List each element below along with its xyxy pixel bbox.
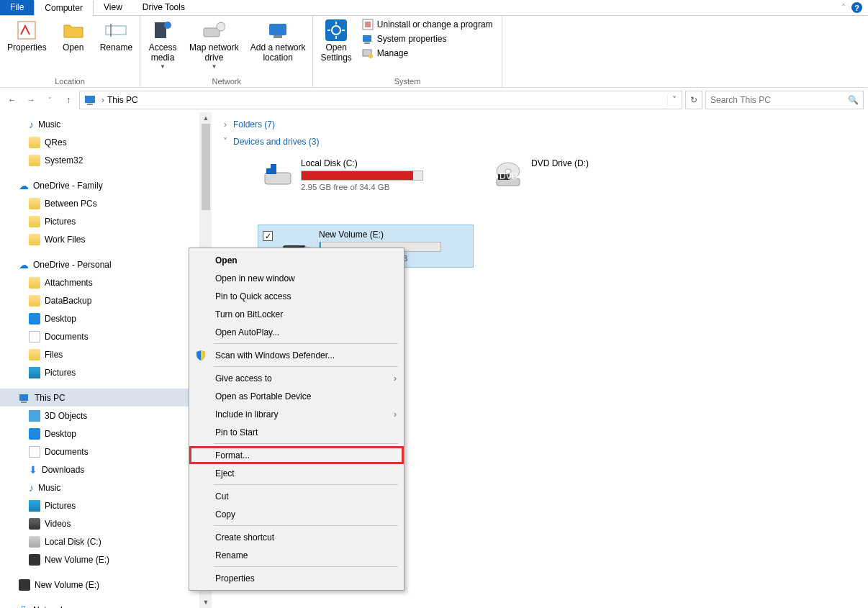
nav-item-this-pc[interactable]: This PC xyxy=(0,389,199,407)
ctx-open-as-portable-device[interactable]: Open as Portable Device xyxy=(189,387,404,405)
ctx-pin-to-quick-access[interactable]: Pin to Quick access xyxy=(189,287,404,305)
ctx-item-label: Format... xyxy=(215,450,250,460)
rename-button[interactable]: Rename xyxy=(96,17,137,77)
dropdown-caret-icon: ▼ xyxy=(160,63,166,70)
uninstall-program-button[interactable]: Uninstall or change a program xyxy=(362,19,493,30)
ctx-copy[interactable]: Copy xyxy=(189,505,404,523)
folders-group-header[interactable]: › Folders (7) xyxy=(217,117,868,134)
nav-item-qres[interactable]: QRes xyxy=(0,133,199,151)
ctx-properties[interactable]: Properties xyxy=(189,569,404,587)
navigation-pane[interactable]: ♪MusicQResSystem32☁OneDrive - FamilyBetw… xyxy=(0,112,200,608)
tab-file[interactable]: File xyxy=(0,0,34,15)
ctx-item-label: Give access to xyxy=(215,373,272,384)
svg-point-6 xyxy=(217,22,225,31)
nav-item-downloads[interactable]: ⬇Downloads xyxy=(0,460,199,478)
uninstall-icon xyxy=(362,19,374,30)
breadcrumb-separator-icon[interactable]: › xyxy=(101,95,104,105)
nav-item-between-pcs[interactable]: Between PCs xyxy=(0,194,199,212)
open-settings-button[interactable]: Open Settings xyxy=(316,17,356,77)
nav-item-label: OneDrive - Personal xyxy=(33,260,112,270)
ctx-open[interactable]: Open xyxy=(189,251,404,269)
breadcrumb-this-pc[interactable]: This PC xyxy=(106,95,140,105)
nav-item-music[interactable]: ♪Music xyxy=(0,115,199,133)
nav-item-label: Attachments xyxy=(45,278,93,288)
nav-up-button[interactable]: ↑ xyxy=(60,92,76,108)
tab-drive-tools[interactable]: Drive Tools xyxy=(132,0,195,15)
nav-item-local-disk-c-[interactable]: Local Disk (C:) xyxy=(0,532,199,550)
drive-title: New Volume (E:) xyxy=(319,230,469,240)
nav-item-system32[interactable]: System32 xyxy=(0,151,199,169)
manage-button[interactable]: Manage xyxy=(362,47,493,59)
ctx-create-shortcut[interactable]: Create shortcut xyxy=(189,528,404,546)
nav-item-documents[interactable]: Documents xyxy=(0,443,199,460)
nav-item-new-volume-e-[interactable]: New Volume (E:) xyxy=(0,576,199,594)
dropdown-caret-icon: ▼ xyxy=(211,63,217,70)
nav-item-label: Music xyxy=(38,119,60,130)
ctx-item-label: Eject xyxy=(215,468,235,478)
properties-button[interactable]: Properties xyxy=(3,17,51,77)
collapse-ribbon-icon[interactable]: ˄ xyxy=(841,3,846,13)
nav-item-music[interactable]: ♪Music xyxy=(0,478,199,496)
ribbon-tabs: File Computer View Drive Tools ˄ ? xyxy=(0,0,868,16)
nav-item-onedrive-family[interactable]: ☁OneDrive - Family xyxy=(0,176,199,194)
nav-item-databackup[interactable]: DataBackup xyxy=(0,291,199,309)
nav-item-pictures[interactable]: Pictures xyxy=(0,496,199,514)
nav-back-button[interactable]: ← xyxy=(4,92,20,108)
nav-recent-button[interactable]: ˅ xyxy=(42,92,58,108)
tab-computer[interactable]: Computer xyxy=(34,1,94,16)
drive-title: DVD Drive (D:) xyxy=(531,158,700,168)
system-properties-button[interactable]: System properties xyxy=(362,33,493,45)
address-search-row: ← → ˅ ↑ › This PC ˅ ↻ Search This PC 🔍 xyxy=(0,88,868,112)
nav-item-videos[interactable]: Videos xyxy=(0,514,199,532)
drive-hdd[interactable]: Local Disk (C:)2.95 GB free of 34.4 GB xyxy=(258,154,474,196)
address-history-dropdown[interactable]: ˅ xyxy=(667,95,680,105)
ctx-open-in-new-window[interactable]: Open in new window xyxy=(189,269,404,287)
add-network-location-button[interactable]: Add a network location xyxy=(246,17,310,77)
ctx-open-autoplay-[interactable]: Open AutoPlay... xyxy=(189,323,404,341)
selection-checkbox[interactable]: ✓ xyxy=(263,231,273,241)
nav-item-files[interactable]: Files xyxy=(0,345,199,363)
ctx-cut[interactable]: Cut xyxy=(189,487,404,505)
nav-item-attachments[interactable]: Attachments xyxy=(0,273,199,291)
scroll-thumb[interactable] xyxy=(202,124,210,210)
nav-item-onedrive-personal[interactable]: ☁OneDrive - Personal xyxy=(0,255,199,273)
open-button[interactable]: Open xyxy=(54,17,93,77)
ctx-eject[interactable]: Eject xyxy=(189,464,404,482)
nav-item-label: Documents xyxy=(45,447,89,457)
ctx-include-in-library[interactable]: Include in library› xyxy=(189,405,404,423)
nav-item-desktop[interactable]: Desktop xyxy=(0,425,199,443)
drive-title: Local Disk (C:) xyxy=(301,158,469,168)
scroll-up-icon[interactable]: ▲ xyxy=(200,112,212,124)
scroll-down-icon[interactable]: ▼ xyxy=(200,596,212,608)
nav-item-documents[interactable]: Documents xyxy=(0,327,199,345)
svg-rect-17 xyxy=(363,35,371,42)
drive-icon: DVD xyxy=(492,160,524,189)
map-network-drive-button[interactable]: Map network drive ▼ xyxy=(185,17,243,77)
ctx-turn-on-bitlocker[interactable]: Turn on BitLocker xyxy=(189,305,404,323)
access-media-button[interactable]: Access media ▼ xyxy=(143,17,182,77)
search-input[interactable]: Search This PC 🔍 xyxy=(705,91,864,109)
help-icon[interactable]: ? xyxy=(851,2,862,13)
nav-item-label: DataBackup xyxy=(45,296,91,306)
nav-item-new-volume-e-[interactable]: New Volume (E:) xyxy=(0,550,199,568)
ctx-rename[interactable]: Rename xyxy=(189,546,404,564)
nav-item-desktop[interactable]: Desktop xyxy=(0,309,199,327)
ctx-scan-with-windows-defender-[interactable]: Scan with Windows Defender... xyxy=(189,346,404,364)
drive-dvd[interactable]: DVDDVD Drive (D:) xyxy=(488,154,704,196)
svg-point-4 xyxy=(164,22,171,29)
nav-item-label: Documents xyxy=(45,332,89,342)
ctx-format-[interactable]: Format... xyxy=(189,446,404,464)
address-bar[interactable]: › This PC ˅ xyxy=(79,91,682,109)
nav-item-pictures[interactable]: Pictures xyxy=(0,363,199,381)
tab-view[interactable]: View xyxy=(94,0,132,15)
nav-item-pictures[interactable]: Pictures xyxy=(0,212,199,230)
nav-item-network[interactable]: 🖧Network xyxy=(0,601,199,608)
refresh-button[interactable]: ↻ xyxy=(685,91,702,109)
ctx-pin-to-start[interactable]: Pin to Start xyxy=(189,423,404,441)
drives-group-header[interactable]: ˅ Devices and drives (3) xyxy=(217,134,868,151)
nav-item-work-files[interactable]: Work Files xyxy=(0,230,199,248)
nav-forward-button[interactable]: → xyxy=(23,92,39,108)
ctx-item-label: Rename xyxy=(215,550,248,561)
ctx-give-access-to[interactable]: Give access to› xyxy=(189,369,404,387)
nav-item-3d-objects[interactable]: 3D Objects xyxy=(0,407,199,425)
